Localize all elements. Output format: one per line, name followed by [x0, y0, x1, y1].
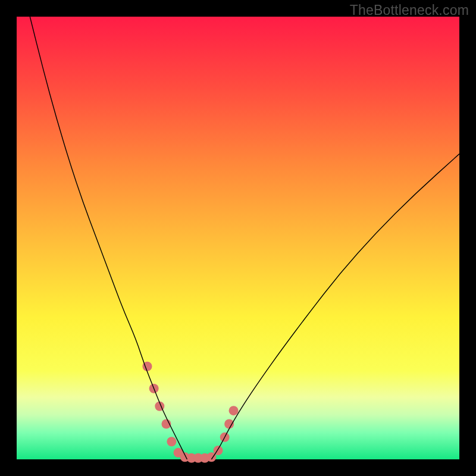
chart-frame: TheBottleneck.com: [0, 0, 476, 476]
curve-layer: [30, 17, 459, 459]
highlight-markers-right-pt: [229, 406, 239, 415]
chart-svg: [17, 17, 459, 459]
bottleneck-curve-left: [30, 17, 187, 459]
highlight-markers-left-pt: [167, 437, 176, 446]
bottleneck-curve-right: [211, 154, 459, 459]
highlight-markers-right-pt: [224, 419, 234, 428]
highlight-marker-layer: [142, 362, 238, 463]
watermark-text: TheBottleneck.com: [350, 2, 469, 18]
